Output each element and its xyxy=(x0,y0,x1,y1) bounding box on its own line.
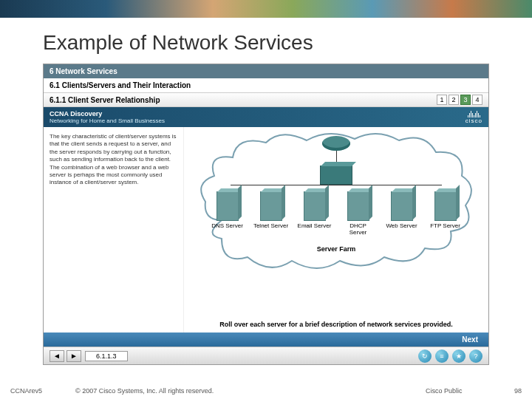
server-ftp[interactable]: FTP Server xyxy=(428,191,463,236)
nav-icons: ↻ ≡ ★ ? xyxy=(418,349,482,363)
page-1-button[interactable]: 1 xyxy=(437,95,447,105)
server-dns[interactable]: DNS Server xyxy=(210,191,245,236)
cisco-logo-text: cisco xyxy=(466,117,482,124)
main-content-area: The key characteristic of client/server … xyxy=(44,127,488,332)
server-farm-label: Server Farm xyxy=(200,245,473,253)
toc-icon[interactable]: ≡ xyxy=(435,349,449,363)
server-email[interactable]: Email Server xyxy=(297,191,332,236)
chapter-bar: 6 Network Services xyxy=(44,64,488,78)
network-diagram: DNS Server Telnet Server Email Server DH… xyxy=(184,127,488,332)
next-nav-button[interactable]: ► xyxy=(66,350,81,362)
footer-page-number: 98 xyxy=(514,387,522,395)
server-label: Telnet Server xyxy=(253,223,288,230)
page-4-button[interactable]: 4 xyxy=(472,95,482,105)
footer-classification: Cisco Public xyxy=(426,387,514,395)
footer-left: CCNArev5 xyxy=(10,387,69,395)
glossary-icon[interactable]: ★ xyxy=(452,349,466,363)
brand-text: CCNA Discovery Networking for Home and S… xyxy=(50,110,165,124)
server-icon xyxy=(347,191,369,221)
help-icon[interactable]: ? xyxy=(469,349,482,363)
server-label: DNS Server xyxy=(211,223,243,230)
course-content-frame: 6 Network Services 6.1 Clients/Servers a… xyxy=(43,64,489,365)
subsection-title: 6.1.1 Client Server Relationship xyxy=(50,96,160,104)
slide-title: Example of Network Services xyxy=(0,18,532,64)
server-label: Web Server xyxy=(386,223,417,230)
header-photo-strip xyxy=(0,0,532,18)
pager: 1 2 3 4 xyxy=(437,95,482,105)
bus-line xyxy=(231,185,442,185)
server-icon xyxy=(391,191,413,221)
page-2-button[interactable]: 2 xyxy=(449,95,459,105)
footer-copyright: © 2007 Cisco Systems, Inc. All rights re… xyxy=(69,387,426,395)
brand-banner: CCNA Discovery Networking for Home and S… xyxy=(44,107,488,127)
cisco-logo-icon: cisco xyxy=(466,110,482,124)
nav-footer: ◄ ► 6.1.1.3 ↻ ≡ ★ ? xyxy=(44,347,488,364)
server-web[interactable]: Web Server xyxy=(384,191,420,236)
section-bar: 6.1 Clients/Servers and Their Interactio… xyxy=(44,78,488,93)
switch-icon xyxy=(320,166,352,185)
page-3-button[interactable]: 3 xyxy=(460,95,471,105)
prev-button[interactable]: ◄ xyxy=(50,350,64,362)
cloud-diagram: DNS Server Telnet Server Email Server DH… xyxy=(200,132,473,272)
brand-name: CCNA Discovery xyxy=(50,110,165,117)
next-button[interactable]: Next xyxy=(44,332,488,347)
brand-subtitle: Networking for Home and Small Businesses xyxy=(50,117,165,124)
slide-footer: CCNArev5 © 2007 Cisco Systems, Inc. All … xyxy=(0,387,532,395)
server-label: Email Server xyxy=(298,223,332,230)
server-icon xyxy=(434,191,457,221)
server-icon xyxy=(216,191,239,221)
description-text: The key characteristic of client/server … xyxy=(44,127,184,332)
router-icon xyxy=(322,136,350,151)
server-icon xyxy=(304,191,326,221)
server-label: DHCP Server xyxy=(341,223,376,236)
instruction-text: Roll over each server for a brief descri… xyxy=(184,321,488,328)
server-icon xyxy=(260,191,282,221)
servers-row: DNS Server Telnet Server Email Server DH… xyxy=(200,191,473,236)
server-dhcp[interactable]: DHCP Server xyxy=(341,191,376,236)
page-index: 6.1.1.3 xyxy=(85,351,128,361)
server-telnet[interactable]: Telnet Server xyxy=(253,191,289,236)
subsection-row: 6.1.1 Client Server Relationship 1 2 3 4 xyxy=(44,93,488,107)
restart-icon[interactable]: ↻ xyxy=(418,349,432,363)
server-label: FTP Server xyxy=(430,223,460,230)
